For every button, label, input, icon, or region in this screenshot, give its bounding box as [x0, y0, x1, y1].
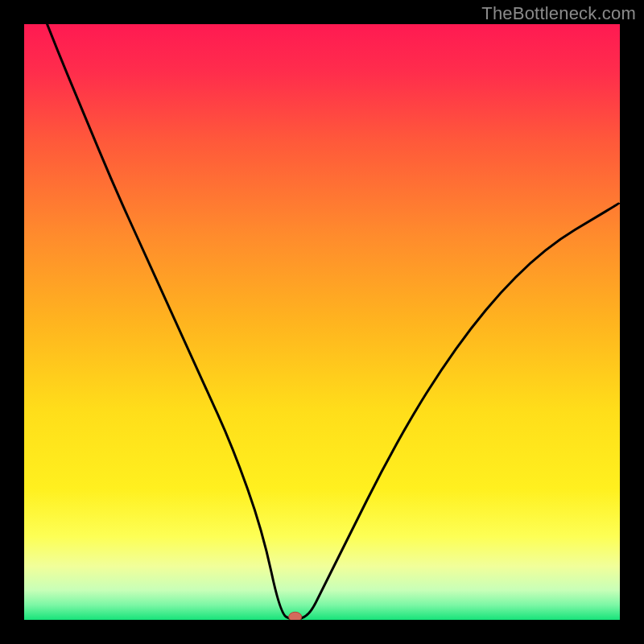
optimal-point-marker [289, 612, 302, 620]
chart-frame: TheBottleneck.com [0, 0, 644, 644]
plot-area [24, 24, 620, 620]
chart-svg [24, 24, 620, 620]
watermark-text: TheBottleneck.com [481, 3, 636, 24]
gradient-background [24, 24, 620, 620]
